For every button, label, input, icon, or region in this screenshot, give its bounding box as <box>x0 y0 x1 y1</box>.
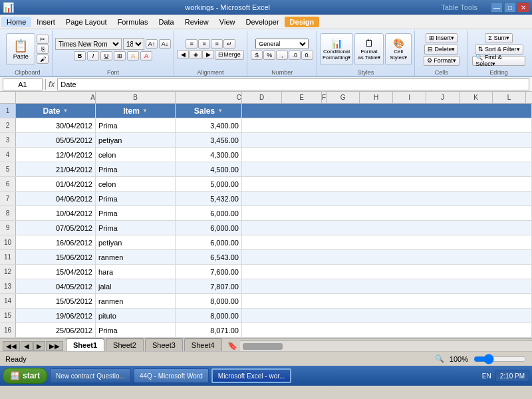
menu-design[interactable]: Design <box>285 17 320 27</box>
insert-btn[interactable]: ⊞ Insert▾ <box>426 33 458 43</box>
increase-decimal-btn[interactable]: .0 <box>289 51 301 60</box>
cell-reference-box[interactable] <box>3 78 43 90</box>
zoom-slider[interactable] <box>473 355 527 363</box>
bold-button[interactable]: B <box>74 51 86 61</box>
cell-date[interactable]: 25/06/2012 <box>16 323 96 337</box>
taskbar-item-1[interactable]: New contract Questio... <box>50 368 131 383</box>
table-row[interactable]: 1519/06/2012pituto8,000.00 <box>0 309 532 323</box>
cell-sales[interactable]: 6,000.00 <box>176 221 242 235</box>
table-row[interactable]: 521/04/2012Prima4,500.00 <box>0 162 532 177</box>
col-header-h[interactable]: H <box>360 92 393 103</box>
table-row[interactable]: 1304/05/2012jalal7,807.00 <box>0 279 532 294</box>
cell-date[interactable]: 05/05/2012 <box>16 133 96 147</box>
cell-empty[interactable] <box>242 118 532 132</box>
copy-button[interactable]: ⎘ <box>37 45 49 54</box>
cell-date[interactable]: 19/06/2012 <box>16 309 96 323</box>
underline-button[interactable]: U <box>100 51 112 61</box>
cell-item[interactable]: Item▼ <box>96 104 176 118</box>
table-row[interactable]: 907/05/2012Prima6,000.00 <box>0 221 532 235</box>
sort-filter-btn[interactable]: ⇅ Sort & Filter▾ <box>475 45 523 55</box>
table-row[interactable]: 1115/06/2012ranmen6,543.00 <box>0 250 532 265</box>
cell-styles-btn[interactable]: 🎨 Cell Styles▾ <box>385 33 412 65</box>
menu-developer[interactable]: Developer <box>240 17 284 27</box>
cell-item[interactable]: Prima <box>96 221 176 235</box>
cell-item[interactable]: Prima <box>96 118 176 132</box>
border-button[interactable]: ⊞ <box>114 51 126 61</box>
cell-item[interactable]: petiyan <box>96 133 176 147</box>
col-header-g[interactable]: G <box>327 92 360 103</box>
align-right-btn[interactable]: ▶ <box>202 50 214 59</box>
cell-item[interactable]: jalal <box>96 279 176 293</box>
minimize-button[interactable]: — <box>491 2 503 13</box>
cell-empty[interactable] <box>242 148 532 162</box>
cell-empty[interactable] <box>242 323 532 337</box>
close-button[interactable]: ✕ <box>517 2 529 13</box>
format-btn[interactable]: ⚙ Format▾ <box>424 56 460 66</box>
table-row[interactable]: 1415/05/2012ranmen8,000.00 <box>0 294 532 309</box>
align-left-btn[interactable]: ◀ <box>177 50 189 59</box>
col-header-c[interactable]: C <box>176 92 242 103</box>
fill-color-button[interactable]: A <box>127 51 139 61</box>
cell-empty[interactable] <box>242 309 532 323</box>
cell-date[interactable]: 04/05/2012 <box>16 279 96 293</box>
cell-item[interactable]: Prima <box>96 192 176 205</box>
merge-btn[interactable]: ⊟Merge <box>215 50 244 60</box>
cell-sales[interactable]: 8,000.00 <box>176 294 242 308</box>
cell-empty[interactable] <box>242 250 532 264</box>
table-row[interactable]: 230/04/2012Prima3,400.00 <box>0 118 532 133</box>
start-button[interactable]: 🪟 start <box>3 368 47 384</box>
tab-nav-next[interactable]: ▶▶ <box>46 341 63 351</box>
cell-empty[interactable] <box>242 206 532 220</box>
tab-nav-prev[interactable]: ◀◀ <box>3 341 20 351</box>
cell-date[interactable]: 01/04/2012 <box>16 177 96 191</box>
paste-button[interactable]: 📋 Paste <box>6 33 35 65</box>
cell-item[interactable]: Prima <box>96 206 176 220</box>
cut-button[interactable]: ✂ <box>37 35 49 44</box>
cell-date[interactable]: 16/06/2012 <box>16 235 96 249</box>
cell-item[interactable]: pituto <box>96 309 176 323</box>
delete-btn[interactable]: ⊟ Delete▾ <box>424 45 459 55</box>
cell-date[interactable]: 12/04/2012 <box>16 148 96 162</box>
cell-sales[interactable]: Sales▼ <box>176 104 242 118</box>
menu-view[interactable]: View <box>214 17 241 27</box>
cell-item[interactable]: petiyan <box>96 235 176 249</box>
table-row[interactable]: 1016/06/2012petiyan6,000.00 <box>0 235 532 250</box>
comma-btn[interactable]: , <box>276 51 288 60</box>
table-row[interactable]: 1Date▼Item▼Sales▼ <box>0 104 532 118</box>
cell-item[interactable]: celon <box>96 148 176 162</box>
table-row[interactable]: 810/04/2012Prima6,000.00 <box>0 206 532 221</box>
cell-date[interactable]: 04/06/2012 <box>16 192 96 205</box>
taskbar-item-2[interactable]: 44Q - Microsoft Word <box>134 368 209 383</box>
decrease-font-btn[interactable]: A↓ <box>159 39 171 49</box>
col-header-f[interactable]: F <box>322 92 327 103</box>
cell-sales[interactable]: 6,000.00 <box>176 235 242 249</box>
percent-btn[interactable]: % <box>263 51 275 60</box>
cell-date[interactable]: 15/05/2012 <box>16 294 96 308</box>
col-header-b[interactable]: B <box>96 92 176 103</box>
cell-sales[interactable]: 5,000.00 <box>176 177 242 191</box>
font-size-select[interactable]: 18 <box>123 38 144 50</box>
cell-sales[interactable]: 8,000.00 <box>176 309 242 323</box>
cell-empty[interactable] <box>242 104 532 118</box>
table-row[interactable]: 601/04/2012celon5,000.00 <box>0 177 532 192</box>
align-top-right-btn[interactable]: ≡ <box>211 39 223 49</box>
menu-home[interactable]: Home <box>1 17 31 27</box>
col-header-j[interactable]: J <box>426 92 460 103</box>
cell-date[interactable]: 30/04/2012 <box>16 118 96 132</box>
cell-item[interactable]: ranmen <box>96 294 176 308</box>
sheet-tab-3[interactable]: Sheet3 <box>145 338 183 351</box>
horizontal-scrollbar[interactable] <box>240 340 532 351</box>
increase-font-btn[interactable]: A↑ <box>146 39 158 49</box>
cell-sales[interactable]: 3,456.00 <box>176 133 242 147</box>
cell-sales[interactable]: 6,543.00 <box>176 250 242 264</box>
col-header-m[interactable]: M <box>526 92 532 103</box>
cell-sales[interactable]: 3,400.00 <box>176 118 242 132</box>
add-sheet-btn[interactable]: 🔖 <box>225 340 240 351</box>
sheet-tab-1[interactable]: Sheet1 <box>66 338 104 351</box>
cell-sales[interactable]: 7,600.00 <box>176 265 242 279</box>
cell-sales[interactable]: 6,000.00 <box>176 206 242 220</box>
cell-empty[interactable] <box>242 192 532 205</box>
cell-sales[interactable]: 8,071.00 <box>176 323 242 337</box>
currency-btn[interactable]: $ <box>251 51 263 60</box>
table-row[interactable]: 704/06/2012Prima5,432.00 <box>0 192 532 206</box>
